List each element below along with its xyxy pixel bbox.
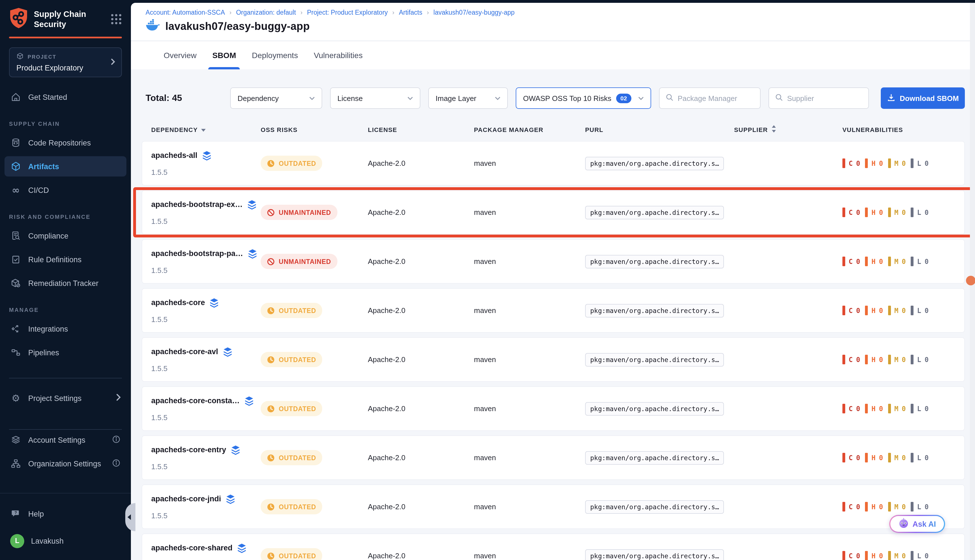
sidebar-item-remediation-tracker[interactable]: Remediation Tracker bbox=[5, 273, 126, 293]
supplier-input[interactable] bbox=[787, 94, 863, 102]
vuln-count: 0 bbox=[879, 307, 883, 314]
breadcrumb-link[interactable]: lavakush07/easy-buggy-app bbox=[433, 9, 514, 16]
purl-value[interactable]: pkg:maven/org.apache.directory.s… bbox=[585, 549, 724, 560]
filter-image-layer[interactable]: Image Layer bbox=[428, 87, 508, 109]
purl-value[interactable]: pkg:maven/org.apache.directory.s… bbox=[585, 304, 724, 317]
clock-icon bbox=[267, 454, 275, 462]
compliance-icon bbox=[11, 231, 21, 241]
breadcrumb-link[interactable]: Project: Product Exploratory bbox=[307, 9, 387, 16]
vuln-bar bbox=[865, 404, 868, 413]
table-row[interactable]: apacheds-all1.5.5OUTDATEDApache-2.0maven… bbox=[142, 141, 965, 185]
account-icon bbox=[11, 435, 21, 445]
download-sbom-button[interactable]: Download SBOM bbox=[881, 87, 965, 109]
purl-value[interactable]: pkg:maven/org.apache.directory.s… bbox=[585, 205, 724, 219]
table-row[interactable]: apacheds-core-avl1.5.5OUTDATEDApache-2.0… bbox=[142, 337, 965, 382]
sort-desc-icon bbox=[201, 128, 206, 132]
vuln-count: 0 bbox=[856, 257, 860, 265]
risk-badge: OUTDATED bbox=[260, 499, 322, 514]
table-row[interactable]: apacheds-bootstrap-ex…1.5.5UNMAINTAINEDA… bbox=[142, 190, 965, 235]
tab-overview[interactable]: Overview bbox=[164, 41, 197, 69]
project-selector[interactable]: PROJECT Product Exploratory bbox=[9, 47, 122, 77]
vuln-letter: L bbox=[917, 257, 921, 265]
sidebar-item-ci-cd[interactable]: ∞CI/CD bbox=[5, 180, 126, 200]
vuln-bar bbox=[865, 355, 868, 364]
dependency-cell: apacheds-core-avl1.5.5 bbox=[151, 347, 260, 372]
vuln-count: 0 bbox=[925, 503, 928, 511]
sidebar-item-account-settings[interactable]: Account Settings bbox=[5, 430, 126, 450]
sidebar-item-artifacts[interactable]: Artifacts bbox=[5, 156, 126, 177]
ask-ai-button[interactable]: Ask AI bbox=[889, 515, 945, 533]
vuln-l: L0 bbox=[911, 257, 929, 266]
sidebar-item-label: Account Settings bbox=[28, 436, 85, 444]
layers-icon bbox=[247, 199, 257, 210]
vuln-bar bbox=[911, 158, 914, 168]
vuln-bar bbox=[842, 453, 845, 462]
sidebar-item-help[interactable]: ? Help bbox=[5, 503, 126, 524]
table-row[interactable]: apacheds-core-shared1.5.5OUTDATEDApache-… bbox=[142, 533, 965, 560]
tab-deployments[interactable]: Deployments bbox=[252, 41, 298, 69]
filter-license[interactable]: License bbox=[330, 87, 420, 109]
sidebar-item-project-settings[interactable]: ⚙Project Settings bbox=[5, 388, 126, 408]
vuln-h: H0 bbox=[865, 208, 883, 217]
vuln-bar bbox=[865, 208, 868, 217]
vuln-bar bbox=[865, 257, 868, 266]
sidebar-item-code-repositories[interactable]: Code Repositories bbox=[5, 133, 126, 153]
vuln-c: C0 bbox=[842, 208, 860, 217]
tab-vulnerabilities[interactable]: Vulnerabilities bbox=[314, 41, 362, 69]
clock-icon bbox=[267, 552, 275, 560]
sidebar-item-get-started[interactable]: Get Started bbox=[5, 87, 126, 107]
sidebar-item-pipelines[interactable]: Pipelines bbox=[5, 342, 126, 363]
vuln-letter: H bbox=[871, 405, 875, 413]
vuln-bar bbox=[842, 404, 845, 413]
purl-value[interactable]: pkg:maven/org.apache.directory.s… bbox=[585, 500, 724, 513]
breadcrumb-link[interactable]: Account: Automation-SSCA bbox=[145, 9, 225, 16]
breadcrumb-link[interactable]: Organization: default bbox=[236, 9, 296, 16]
vuln-count: 0 bbox=[925, 552, 928, 560]
table-row[interactable]: apacheds-core1.5.5OUTDATEDApache-2.0mave… bbox=[142, 288, 965, 333]
filter-dependency[interactable]: Dependency bbox=[230, 87, 322, 109]
risk-badge: OUTDATED bbox=[260, 548, 322, 560]
vuln-bar bbox=[842, 306, 845, 315]
module-grid-icon[interactable] bbox=[109, 12, 123, 26]
sidebar-item-rule-definitions[interactable]: Rule Definitions bbox=[5, 249, 126, 270]
vuln-bar bbox=[865, 158, 868, 168]
user-menu[interactable]: L Lavakush bbox=[5, 531, 126, 551]
table-row[interactable]: apacheds-core-consta…1.5.5OUTDATEDApache… bbox=[142, 386, 965, 431]
sidebar: Supply Chain Security PROJECT Product Ex… bbox=[0, 0, 131, 560]
purl-value[interactable]: pkg:maven/org.apache.directory.s… bbox=[585, 402, 724, 415]
layers-icon bbox=[202, 150, 212, 160]
vuln-bar bbox=[842, 208, 845, 217]
cube-icon bbox=[17, 52, 24, 61]
breadcrumb-link[interactable]: Artifacts bbox=[399, 9, 422, 16]
vuln-bar bbox=[888, 404, 891, 413]
purl-cell: pkg:maven/org.apache.directory.s… bbox=[585, 255, 734, 268]
purl-value[interactable]: pkg:maven/org.apache.directory.s… bbox=[585, 255, 724, 268]
purl-value[interactable]: pkg:maven/org.apache.directory.s… bbox=[585, 451, 724, 464]
vuln-bar bbox=[888, 453, 891, 462]
search-icon bbox=[775, 93, 783, 103]
sidebar-item-organization-settings[interactable]: Organization Settings bbox=[5, 453, 126, 474]
dependency-version: 1.5.5 bbox=[151, 364, 260, 372]
vulnerabilities-cell: C0H0M0L0 bbox=[842, 208, 964, 217]
sidebar-item-label: Remediation Tracker bbox=[28, 279, 99, 287]
risk-badge-label: OUTDATED bbox=[279, 405, 316, 412]
sort-icon[interactable] bbox=[771, 125, 776, 134]
vuln-bar bbox=[842, 257, 845, 266]
sort-icon[interactable] bbox=[201, 126, 206, 133]
sidebar-item-compliance[interactable]: Compliance bbox=[5, 226, 126, 246]
purl-value[interactable]: pkg:maven/org.apache.directory.s… bbox=[585, 157, 724, 170]
table-row[interactable]: apacheds-core-entry1.5.5OUTDATEDApache-2… bbox=[142, 435, 965, 480]
collapse-arrow-icon bbox=[127, 514, 131, 520]
tab-sbom[interactable]: SBOM bbox=[212, 41, 236, 69]
vuln-letter: C bbox=[849, 454, 853, 462]
table-row[interactable]: apacheds-bootstrap-pa…1.5.5UNMAINTAINEDA… bbox=[142, 239, 965, 284]
purl-cell: pkg:maven/org.apache.directory.s… bbox=[585, 157, 734, 170]
sidebar-item-integrations[interactable]: Integrations bbox=[5, 318, 126, 339]
package-manager-input[interactable] bbox=[678, 94, 755, 102]
feedback-widget-dot[interactable] bbox=[966, 276, 975, 285]
vuln-letter: L bbox=[917, 355, 921, 363]
table-row[interactable]: apacheds-core-jndi1.5.5OUTDATEDApache-2.… bbox=[142, 485, 965, 529]
tab-label: SBOM bbox=[212, 51, 236, 60]
purl-value[interactable]: pkg:maven/org.apache.directory.s… bbox=[585, 353, 724, 366]
owasp-oss-risks-filter[interactable]: OWASP OSS Top 10 Risks 02 bbox=[516, 87, 651, 109]
